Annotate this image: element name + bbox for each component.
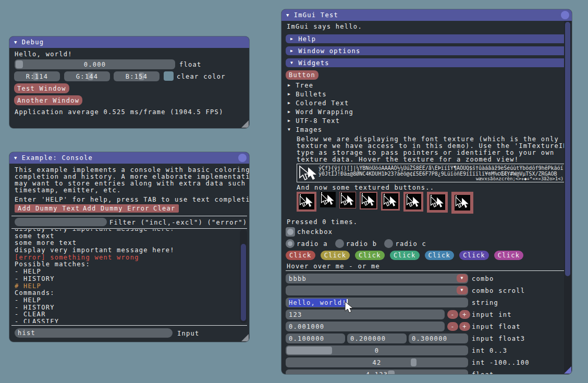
font-texture-image[interactable]: ýÇf}{ÿj()[]|¼ÝBÑòÛöóÃAÀÂÖ½¼ÙúŽŠ8ÉÊ/å\ÈÞï… — [297, 164, 566, 182]
add-dummy-text-button[interactable]: Add Dummy Text — [15, 204, 83, 213]
slider-float[interactable]: 4.123 — [286, 369, 468, 374]
slider-int-0-3[interactable]: 0 — [286, 345, 468, 355]
console-input[interactable]: hist — [15, 328, 173, 338]
log-line: - CLEAR — [15, 311, 240, 318]
decrement-button[interactable]: - — [447, 310, 458, 319]
log-line: - HELP — [15, 297, 240, 304]
input-float3-z[interactable]: 0.300000 — [409, 333, 468, 343]
filter-input[interactable] — [15, 218, 107, 226]
click-button-yellow[interactable]: Click — [321, 251, 350, 260]
cursor-texture-icon — [299, 165, 317, 181]
textured-buttons-text: And now some textured buttons.. — [297, 184, 434, 191]
add-dummy-error-button[interactable]: Add Dummy Error — [80, 204, 153, 213]
radio-a[interactable] — [286, 239, 295, 248]
header-help[interactable]: ▶ Help — [286, 34, 568, 43]
close-icon[interactable] — [561, 11, 569, 19]
tree-node-bullets[interactable]: ▶ Bullets — [288, 91, 327, 98]
click-button-magenta[interactable]: Click — [494, 251, 524, 260]
image-button[interactable] — [427, 192, 448, 213]
slider-int-100-100[interactable]: 42 — [286, 357, 468, 367]
desktop: { "icons": { "arrow_down": "▼", "arrow_r… — [0, 0, 588, 383]
string-input[interactable]: Hello, world! — [286, 298, 468, 307]
test-titlebar[interactable]: ▼ ImGui Test — [281, 9, 572, 21]
image-button[interactable] — [381, 192, 400, 211]
console-input-value: hist — [18, 329, 35, 337]
click-button-blue[interactable]: Click — [425, 251, 455, 260]
float-slider[interactable]: 0.000 — [15, 59, 175, 69]
slider-float-label: float — [472, 371, 494, 374]
close-icon[interactable] — [238, 154, 247, 162]
slider-value: 0 — [286, 347, 468, 354]
click-button-teal[interactable]: Click — [390, 251, 420, 260]
hello-text: ImGui says hello. — [287, 23, 362, 30]
clear-color-swatch[interactable] — [164, 71, 174, 81]
test-window-scrollbar[interactable] — [564, 21, 571, 374]
resize-grip[interactable] — [564, 366, 571, 374]
button-widget[interactable]: Button — [286, 70, 318, 80]
tree-node-utf8[interactable]: ▶ UTF-8 Text — [288, 117, 340, 125]
drag-blue[interactable]: B:154 — [114, 71, 160, 81]
decrement-button[interactable]: - — [447, 322, 458, 331]
log-line: display very important message here! — [15, 247, 240, 254]
console-log[interactable]: display very important message here! som… — [15, 229, 240, 323]
collapse-icon[interactable]: ▼ — [14, 40, 18, 45]
console-window: ▼ Example: Console This example implemen… — [9, 152, 249, 342]
tree-node-images[interactable]: ▼ Images — [288, 126, 322, 133]
another-window-button[interactable]: Another Window — [14, 95, 82, 105]
input-float3-x[interactable]: 0.100000 — [286, 333, 345, 343]
hello-text: Hello, world! — [15, 51, 72, 58]
debug-titlebar[interactable]: ▼ Debug — [9, 36, 249, 48]
collapse-icon[interactable]: ▼ — [286, 13, 290, 18]
clear-button[interactable]: Clear — [150, 204, 179, 213]
resize-grip[interactable] — [241, 334, 249, 341]
image-button[interactable] — [339, 192, 356, 208]
combo[interactable]: bbbb ▼ — [286, 274, 468, 283]
slider-value: 0.000 — [15, 61, 175, 68]
drag-green[interactable]: G:144 — [64, 71, 110, 81]
hover-text[interactable]: Hover over me - or me — [287, 263, 380, 270]
drag-red[interactable]: R:114 — [14, 71, 60, 81]
header-window-options[interactable]: ▶ Window options — [286, 46, 568, 55]
increment-button[interactable]: + — [459, 310, 470, 319]
console-titlebar[interactable]: ▼ Example: Console — [9, 152, 249, 164]
click-button-green[interactable]: Click — [355, 251, 385, 260]
test-window-scrollbar-thumb[interactable] — [565, 22, 570, 276]
log-line: - HISTORY — [15, 276, 240, 283]
combo-arrow-button[interactable]: ▼ — [457, 274, 468, 282]
tree-node-word-wrapping[interactable]: ▶ Word Wrapping — [288, 108, 353, 116]
resize-grip[interactable] — [241, 120, 249, 128]
arrow-down-icon: ▼ — [288, 128, 291, 132]
image-button[interactable] — [297, 192, 316, 212]
collapse-icon[interactable]: ▼ — [14, 156, 18, 160]
console-help-line: Enter 'HELP' for help, press TAB to use … — [15, 196, 249, 203]
console-scrollbar-thumb[interactable] — [241, 244, 246, 321]
increment-button[interactable]: + — [459, 322, 470, 331]
image-button[interactable] — [403, 192, 423, 212]
click-button-red[interactable]: Click — [286, 251, 315, 260]
image-button[interactable] — [360, 192, 377, 209]
test-window-button[interactable]: Test Window — [14, 83, 69, 93]
input-float[interactable]: 0.001000 — [286, 322, 445, 331]
combo-arrow-button[interactable]: ▼ — [457, 286, 468, 294]
click-button-purple[interactable]: Click — [459, 251, 489, 260]
window-title: ImGui Test — [294, 11, 338, 19]
input-int[interactable]: 123 — [286, 310, 445, 319]
header-widgets[interactable]: ▼ Widgets — [286, 58, 568, 67]
image-button[interactable] — [451, 192, 473, 214]
console-scrollbar[interactable] — [240, 229, 247, 323]
input-float3-y[interactable]: 0.200000 — [347, 333, 407, 343]
log-line-error: [error] something went wrong — [15, 254, 240, 262]
tree-node-colored-text[interactable]: ▶ Colored Text — [288, 100, 349, 107]
combo-scroll[interactable]: ▼ — [286, 286, 468, 295]
image-button[interactable] — [320, 192, 336, 207]
tree-node-tree[interactable]: ▶ Tree — [288, 82, 313, 89]
log-line: some more text — [15, 240, 240, 247]
radio-c[interactable] — [384, 239, 393, 248]
combo-label: combo — [472, 275, 494, 282]
input-float-label: input float — [472, 323, 521, 330]
radio-b[interactable] — [335, 239, 344, 248]
fps-stats: Application average 0.525 ms/frame (1904… — [15, 108, 224, 116]
chevron-down-icon: ▼ — [460, 276, 463, 280]
arrow-down-icon: ▼ — [290, 61, 293, 65]
checkbox[interactable] — [286, 227, 295, 237]
